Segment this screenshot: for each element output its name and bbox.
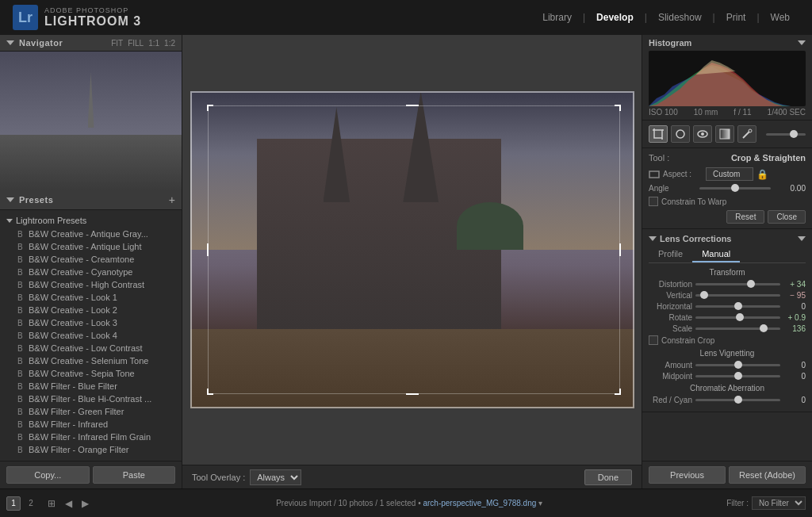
lens-collapse-icon[interactable]: [649, 236, 657, 241]
vignette-midpoint-thumb[interactable]: [734, 372, 742, 380]
horizontal-slider-thumb[interactable]: [734, 302, 742, 310]
tool-slider-thumb[interactable]: [790, 130, 798, 138]
tab-profile[interactable]: Profile: [649, 247, 692, 262]
list-item[interactable]: B B&W Filter - Blue Filter: [0, 380, 182, 393]
scale-slider-thumb[interactable]: [760, 324, 768, 332]
crop-close-button[interactable]: Close: [768, 210, 806, 224]
vertical-slider-thumb[interactable]: [700, 291, 708, 299]
navigator-header[interactable]: Navigator FIT FILL 1:1 1:2: [0, 35, 182, 52]
list-item[interactable]: B B&W Filter - Infrared Film Grain: [0, 431, 182, 443]
presets-add-button[interactable]: +: [169, 193, 175, 206]
prev-film-button[interactable]: ◀: [62, 496, 75, 511]
nav-develop[interactable]: Develop: [587, 9, 643, 26]
tool-slider[interactable]: [766, 133, 806, 136]
rotate-slider-thumb[interactable]: [736, 313, 744, 321]
crop-tool-button[interactable]: [649, 125, 668, 143]
tool-overlay-label: Tool Overlay :: [192, 473, 245, 482]
horizontal-slider[interactable]: [695, 305, 780, 308]
rotate-slider[interactable]: [695, 316, 780, 319]
crop-reset-button[interactable]: Reset: [726, 210, 764, 224]
reset-adobe-button[interactable]: Reset (Adobe): [729, 466, 806, 484]
list-item[interactable]: B B&W Creative - Antique Light: [0, 240, 182, 253]
lr-badge: Lr: [13, 5, 38, 30]
red-cyan-thumb[interactable]: [734, 396, 742, 404]
crop-handle-top-mid[interactable]: [406, 105, 419, 111]
list-item[interactable]: B B&W Creative - Antique Gray...: [0, 228, 182, 240]
vignette-midpoint-slider[interactable]: [695, 375, 780, 377]
list-item[interactable]: B B&W Filter - Orange Filter: [0, 443, 182, 456]
list-item[interactable]: B B&W Creative - Sepia Tone: [0, 367, 182, 380]
crop-handle-bottom-mid[interactable]: [406, 389, 419, 395]
constrain-warp-checkbox[interactable]: [649, 197, 658, 206]
vertical-label: Vertical: [649, 291, 692, 300]
overlay-select[interactable]: Always: [250, 469, 301, 485]
photo-canvas[interactable]: [182, 35, 642, 465]
spot-removal-tool-button[interactable]: [671, 125, 690, 143]
list-item[interactable]: B B&W Creative - Cyanotype: [0, 266, 182, 278]
list-item[interactable]: B B&W Filter - Infrared: [0, 418, 182, 431]
tab-manual[interactable]: Manual: [692, 247, 740, 262]
done-button[interactable]: Done: [584, 469, 632, 485]
histogram-canvas: [649, 51, 806, 106]
list-item[interactable]: B B&W Creative - Low Contrast: [0, 342, 182, 354]
crop-handle-bottom-right[interactable]: [615, 389, 621, 395]
filter-select[interactable]: No Filter: [752, 496, 806, 510]
lightroom-presets-group[interactable]: Lightroom Presets: [0, 213, 182, 228]
distortion-slider-thumb[interactable]: [747, 280, 755, 288]
list-item[interactable]: B B&W Creative - Look 2: [0, 304, 182, 316]
svg-rect-11: [649, 171, 659, 178]
next-film-button[interactable]: ▶: [79, 496, 92, 511]
previous-button[interactable]: Previous: [649, 466, 726, 484]
histogram-collapse-icon[interactable]: [798, 40, 806, 45]
crop-handle-top-right[interactable]: [615, 105, 621, 111]
crop-handle-mid-right[interactable]: [615, 243, 621, 256]
svg-rect-0: [654, 130, 662, 138]
filter-label: Filter :: [726, 499, 749, 507]
redeye-tool-button[interactable]: [693, 125, 712, 143]
list-item[interactable]: B B&W Creative - Look 3: [0, 316, 182, 329]
list-item[interactable]: B B&W Filter - Green Filter: [0, 405, 182, 418]
lens-menu-icon[interactable]: [798, 236, 806, 241]
grid-view-icon[interactable]: ⊞: [44, 496, 59, 511]
adjustment-brush-button[interactable]: [737, 125, 756, 143]
list-item[interactable]: B B&W Creative - Selenium Tone: [0, 354, 182, 367]
distortion-slider[interactable]: [695, 283, 780, 285]
aspect-icon: [649, 170, 660, 179]
list-item[interactable]: B B&W Creative - Look 1: [0, 291, 182, 304]
presets-collapse-icon: [6, 197, 14, 202]
scale-slider[interactable]: [695, 327, 780, 330]
angle-slider-thumb[interactable]: [731, 184, 739, 192]
list-item[interactable]: B B&W Creative - Look 4: [0, 329, 182, 342]
lock-icon[interactable]: 🔒: [756, 169, 768, 180]
constrain-crop-checkbox[interactable]: [649, 335, 658, 345]
vignette-amount-slider[interactable]: [695, 364, 780, 366]
filename-link[interactable]: arch-perspective_MG_9788.dng: [423, 499, 536, 507]
crop-handle-top-left[interactable]: [207, 105, 213, 111]
left-panel-bottom: Copy... Paste: [0, 461, 182, 488]
histogram-section: Histogram ISO 100 10 mm f / 11: [642, 35, 812, 121]
list-item[interactable]: B B&W Creative - Creamtone: [0, 253, 182, 266]
gradient-tool-button[interactable]: [715, 125, 734, 143]
page-1[interactable]: 1: [6, 496, 21, 511]
paste-button[interactable]: Paste: [93, 466, 176, 484]
crop-canvas[interactable]: [190, 91, 634, 408]
vertical-slider[interactable]: [695, 294, 780, 297]
copy-button[interactable]: Copy...: [6, 466, 90, 484]
vignette-amount-thumb[interactable]: [734, 361, 742, 369]
aspect-value[interactable]: Custom: [706, 167, 753, 181]
red-cyan-slider[interactable]: [695, 399, 780, 401]
crop-handle-bottom-left[interactable]: [207, 389, 213, 395]
page-2[interactable]: 2: [24, 496, 38, 511]
list-item[interactable]: B B&W Creative - High Contrast: [0, 278, 182, 291]
aberration-title: Chromatic Aberration: [649, 384, 806, 393]
angle-slider[interactable]: [699, 187, 771, 190]
nav-slideshow[interactable]: Slideshow: [649, 9, 711, 26]
list-item[interactable]: B B&W Filter - Blue Hi-Contrast ...: [0, 393, 182, 405]
nav-web[interactable]: Web: [761, 9, 799, 26]
presets-header[interactable]: Presets +: [0, 190, 182, 210]
nav-library[interactable]: Library: [533, 9, 581, 26]
nav-print[interactable]: Print: [717, 9, 756, 26]
crop-icon: [653, 128, 664, 140]
crop-handle-mid-left[interactable]: [207, 243, 213, 256]
aspect-row: Aspect : Custom 🔒: [649, 167, 806, 181]
